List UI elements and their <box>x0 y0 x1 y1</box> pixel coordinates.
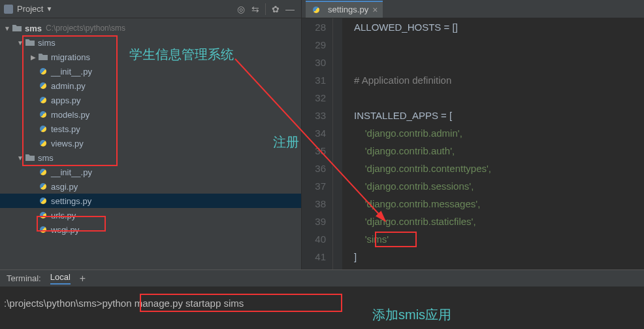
target-icon[interactable]: ◎ <box>234 2 248 16</box>
line-number: 36 <box>302 160 326 177</box>
line-number: 41 <box>302 248 326 266</box>
line-number: 40 <box>302 230 326 248</box>
python-icon <box>38 211 48 220</box>
python-icon <box>311 5 321 14</box>
terminal-prompt: :\projects\python\sms> <box>4 298 102 309</box>
gear-icon[interactable]: ✿ <box>268 2 283 16</box>
project-icon <box>4 5 13 14</box>
code-line: 'django.contrib.messages', <box>354 195 644 213</box>
python-icon <box>38 139 48 148</box>
terminal-tab[interactable]: Local <box>50 272 71 285</box>
python-icon <box>38 110 48 119</box>
tree-label: apps.py <box>51 95 81 105</box>
tab-label: settings.py <box>328 5 368 14</box>
tree-file[interactable]: admin.py <box>0 78 301 93</box>
code-body[interactable]: ALLOWED_HOSTS = [] # Application definit… <box>342 18 644 269</box>
tree-file[interactable]: apps.py <box>0 93 301 107</box>
code-line: INSTALLED_APPS = [ <box>354 107 644 124</box>
project-tree: ▼ sms C:\projects\python\sms ▼ sims ▶ mi… <box>0 18 301 269</box>
folder-icon <box>25 38 35 47</box>
editor-pane: settings.py × 28 29 30 31 32 33 34 35 36… <box>302 0 644 269</box>
project-sidebar: Project ▼ ◎ ⇆ ✿ — ▼ sms C:\projects\pyth… <box>0 0 302 269</box>
tree-file[interactable]: asgi.py <box>0 179 301 194</box>
python-icon <box>38 95 48 105</box>
line-number: 28 <box>302 18 326 36</box>
line-number: 29 <box>302 36 326 54</box>
editor-tabbar: settings.py × <box>302 0 644 18</box>
tree-label: settings.py <box>51 196 91 206</box>
line-number: 30 <box>302 54 326 71</box>
collapse-icon[interactable]: — <box>283 2 297 16</box>
chevron-down-icon[interactable]: ▼ <box>16 39 25 46</box>
close-icon[interactable]: × <box>372 5 378 15</box>
code-line: 'django.contrib.contenttypes', <box>354 160 644 177</box>
tree-label: sims <box>38 38 56 48</box>
tree-label: tests.py <box>51 124 80 134</box>
tree-file[interactable]: urls.py <box>0 208 301 222</box>
tree-file[interactable]: views.py <box>0 136 301 150</box>
code-line: 'django.contrib.sessions', <box>354 177 644 195</box>
folder-icon <box>38 52 48 61</box>
terminal-command: python manage.py startapp sims <box>102 298 244 309</box>
code-line <box>354 36 644 54</box>
tree-label: sms <box>25 24 42 33</box>
chevron-down-icon[interactable]: ▼ <box>16 154 25 162</box>
tree-label: __init__.py <box>51 167 92 177</box>
project-title[interactable]: Project <box>17 4 43 14</box>
tree-folder-sms[interactable]: ▼ sms <box>0 150 301 165</box>
python-icon <box>38 196 48 205</box>
python-icon <box>38 225 48 234</box>
tree-folder-sims[interactable]: ▼ sims <box>0 35 301 50</box>
tree-label: asgi.py <box>51 182 78 192</box>
tree-folder-migrations[interactable]: ▶ migrations <box>0 50 301 64</box>
sidebar-header: Project ▼ ◎ ⇆ ✿ — <box>0 0 301 18</box>
tree-root[interactable]: ▼ sms C:\projects\python\sms <box>0 21 301 35</box>
tree-file[interactable]: wsgi.py <box>0 222 301 237</box>
line-number: 31 <box>302 71 326 89</box>
code-line: ALLOWED_HOSTS = [] <box>354 18 644 36</box>
python-icon <box>38 67 48 76</box>
code-area[interactable]: 28 29 30 31 32 33 34 35 36 37 38 39 40 4… <box>302 18 644 269</box>
line-number: 35 <box>302 142 326 160</box>
tree-label: urls.py <box>51 211 76 220</box>
expand-icon[interactable]: ⇆ <box>248 2 263 16</box>
tree-file-selected[interactable]: settings.py <box>0 194 301 208</box>
folder-icon <box>25 153 35 162</box>
line-number: 37 <box>302 177 326 195</box>
line-number: 33 <box>302 107 326 124</box>
tree-file[interactable]: models.py <box>0 107 301 122</box>
terminal-header: Terminal: Local + <box>0 270 644 287</box>
tree-label: models.py <box>51 110 89 120</box>
line-number: 34 <box>302 124 326 142</box>
code-line: 'django.contrib.staticfiles', <box>354 213 644 230</box>
chevron-down-icon[interactable]: ▼ <box>3 25 12 32</box>
tree-file[interactable]: __init__.py <box>0 165 301 179</box>
line-number: 32 <box>302 89 326 107</box>
terminal-panel: Terminal: Local + :\projects\python\sms>… <box>0 269 644 329</box>
code-line <box>354 54 644 71</box>
tree-label: admin.py <box>51 81 86 91</box>
python-icon <box>38 182 48 191</box>
python-icon <box>38 167 48 177</box>
chevron-right-icon[interactable]: ▶ <box>29 54 38 61</box>
tree-label: __init__.py <box>51 67 92 77</box>
tree-path: C:\projects\python\sms <box>46 24 125 33</box>
separator <box>265 3 266 15</box>
code-line: 'django.contrib.auth', <box>354 142 644 160</box>
tree-label: wsgi.py <box>51 225 79 235</box>
python-icon <box>38 81 48 90</box>
fold-gutter <box>333 18 342 269</box>
chevron-down-icon[interactable]: ▼ <box>46 5 52 12</box>
code-line: 'django.contrib.admin', <box>354 124 644 142</box>
tree-file[interactable]: tests.py <box>0 122 301 136</box>
plus-icon[interactable]: + <box>80 273 86 285</box>
tree-file[interactable]: __init__.py <box>0 64 301 78</box>
tree-label: migrations <box>51 52 90 62</box>
terminal-body[interactable]: :\projects\python\sms>python manage.py s… <box>0 287 644 320</box>
terminal-title: Terminal: <box>7 273 41 283</box>
python-icon <box>38 124 48 133</box>
editor-tab[interactable]: settings.py × <box>306 1 383 18</box>
code-line <box>354 89 644 107</box>
line-number: 39 <box>302 213 326 230</box>
gutter: 28 29 30 31 32 33 34 35 36 37 38 39 40 4… <box>302 18 333 269</box>
